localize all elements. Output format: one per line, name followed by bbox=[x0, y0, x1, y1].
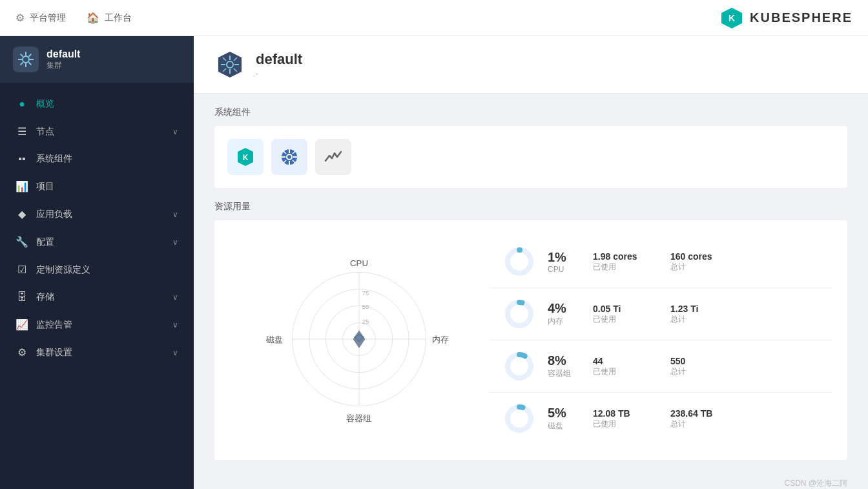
monitor-comp-icon[interactable] bbox=[315, 139, 351, 175]
footer-note: CSDN @沧海二阿 bbox=[194, 473, 868, 489]
memory-used-group: 0.05 Ti 已使用 bbox=[593, 304, 657, 325]
sidebar-item-projects[interactable]: 📊 项目 bbox=[0, 172, 194, 200]
stat-row-disk: 5% 磁盘 12.08 TB 已使用 238.64 TB 总计 bbox=[488, 393, 832, 444]
memory-used-value: 0.05 Ti bbox=[593, 304, 657, 314]
pods-used-group: 44 已使用 bbox=[593, 356, 657, 377]
cluster-name: default bbox=[46, 48, 80, 60]
workbench-nav-item[interactable]: 🏠 工作台 bbox=[87, 12, 132, 24]
memory-total-group: 1.23 Ti 总计 bbox=[670, 304, 735, 325]
memory-label: 内存 bbox=[548, 316, 580, 327]
storage-icon: 🗄 bbox=[16, 291, 28, 303]
svg-text:内存: 内存 bbox=[432, 335, 449, 344]
svg-point-50 bbox=[508, 302, 531, 326]
memory-pct: 4% bbox=[548, 301, 580, 316]
components-icon: ▪▪ bbox=[16, 153, 28, 165]
disk-used-value: 12.08 TB bbox=[593, 408, 657, 419]
page-header: default - bbox=[194, 36, 868, 94]
disk-donut-svg bbox=[504, 403, 535, 434]
sys-components-title: 系统组件 bbox=[214, 107, 847, 118]
logo-text: KUBESPHERE bbox=[750, 10, 852, 25]
sidebar-item-cluster-settings[interactable]: ⚙ 集群设置 ∨ bbox=[0, 338, 194, 366]
overview-icon: ● bbox=[16, 98, 28, 110]
sidebar-item-overview[interactable]: ● 概览 bbox=[0, 90, 194, 118]
sidebar-item-nodes[interactable]: ☰ 节点 ∨ bbox=[0, 118, 194, 145]
stat-row-cpu: 1% CPU 1.98 cores 已使用 160 cores 总计 bbox=[488, 236, 832, 288]
disk-donut bbox=[504, 403, 535, 434]
kubesphere-comp-icon[interactable]: K bbox=[227, 139, 264, 175]
workbench-nav-label: 工作台 bbox=[105, 12, 132, 24]
config-icon: 🔧 bbox=[16, 236, 28, 248]
disk-pct: 5% bbox=[548, 406, 580, 421]
components-card: K bbox=[214, 126, 847, 188]
disk-total-group: 238.64 TB 总计 bbox=[670, 408, 735, 430]
resources-section: 资源用量 bbox=[214, 201, 847, 460]
main-content: default - 系统组件 K bbox=[194, 36, 868, 489]
chevron-down-icon: ∨ bbox=[172, 127, 178, 136]
config-label: 配置 bbox=[36, 236, 54, 248]
chevron-down-icon: ∨ bbox=[172, 210, 178, 219]
sidebar-item-storage[interactable]: 🗄 存储 ∨ bbox=[0, 284, 194, 311]
cpu-pct-group: 1% CPU bbox=[548, 250, 580, 274]
kubesphere-icon: K bbox=[235, 147, 256, 167]
chevron-down-icon: ∨ bbox=[172, 293, 178, 302]
svg-point-48 bbox=[508, 250, 531, 273]
components-label: 系统组件 bbox=[36, 153, 72, 165]
cluster-settings-label: 集群设置 bbox=[36, 347, 72, 359]
chevron-down-icon: ∨ bbox=[172, 320, 178, 329]
svg-line-7 bbox=[21, 54, 23, 57]
radar-svg: CPU 内存 容器组 磁盘 25 50 75 bbox=[230, 236, 488, 442]
stat-row-memory: 4% 内存 0.05 Ti 已使用 1.23 Ti 总计 bbox=[488, 288, 832, 340]
memory-used-label: 已使用 bbox=[593, 314, 657, 325]
footer-text: CSDN @沧海二阿 bbox=[784, 479, 847, 488]
pods-total-value: 550 bbox=[670, 356, 735, 366]
cpu-donut bbox=[504, 246, 535, 277]
cpu-pct: 1% bbox=[548, 250, 580, 265]
cpu-used-value: 1.98 cores bbox=[593, 251, 657, 262]
projects-icon: 📊 bbox=[16, 180, 28, 192]
pods-used-label: 已使用 bbox=[593, 366, 657, 377]
sidebar-item-workloads[interactable]: ◆ 应用负载 ∨ bbox=[0, 200, 194, 228]
svg-text:50: 50 bbox=[362, 303, 369, 310]
sidebar-item-crd[interactable]: ☑ 定制资源定义 bbox=[0, 256, 194, 284]
svg-line-9 bbox=[29, 54, 32, 57]
svg-text:25: 25 bbox=[362, 318, 369, 325]
page-cluster-icon bbox=[214, 49, 245, 80]
memory-total-label: 总计 bbox=[670, 314, 735, 325]
svg-text:75: 75 bbox=[362, 289, 369, 297]
pods-donut bbox=[504, 351, 535, 382]
nodes-icon: ☰ bbox=[16, 125, 28, 138]
svg-text:K: K bbox=[728, 13, 735, 23]
svg-text:K: K bbox=[243, 153, 249, 162]
sidebar-item-monitor[interactable]: 📈 监控告管 ∨ bbox=[0, 311, 194, 338]
svg-line-10 bbox=[21, 63, 23, 65]
radar-chart: CPU 内存 容器组 磁盘 25 50 75 bbox=[230, 236, 488, 442]
cluster-settings-icon: ⚙ bbox=[16, 346, 28, 359]
sys-components-section: 系统组件 K bbox=[214, 107, 847, 188]
cluster-info: default 集群 bbox=[46, 48, 80, 71]
pods-total-label: 总计 bbox=[670, 366, 735, 377]
page-subtitle: - bbox=[256, 69, 302, 78]
kubernetes-icon bbox=[279, 147, 300, 167]
platform-nav-item[interactable]: ⚙ 平台管理 bbox=[16, 12, 66, 24]
disk-total-label: 总计 bbox=[670, 419, 735, 430]
kubesphere-logo-icon: K bbox=[720, 6, 743, 30]
pods-label: 容器组 bbox=[548, 368, 580, 379]
sidebar-item-components[interactable]: ▪▪ 系统组件 bbox=[0, 145, 194, 172]
disk-label: 磁盘 bbox=[548, 421, 580, 432]
cluster-header: default 集群 bbox=[0, 36, 194, 83]
overview-label: 概览 bbox=[36, 98, 54, 110]
kubernetes-comp-icon[interactable] bbox=[271, 139, 307, 175]
memory-total-value: 1.23 Ti bbox=[670, 304, 735, 314]
nodes-label: 节点 bbox=[36, 126, 54, 138]
svg-point-54 bbox=[508, 407, 531, 430]
workloads-icon: ◆ bbox=[16, 208, 28, 220]
sidebar-item-config[interactable]: 🔧 配置 ∨ bbox=[0, 228, 194, 256]
pods-used-value: 44 bbox=[593, 356, 657, 366]
gear-icon: ⚙ bbox=[16, 12, 25, 24]
pods-donut-svg bbox=[504, 351, 535, 382]
helm-icon bbox=[214, 49, 245, 80]
logo-area: K KUBESPHERE bbox=[720, 6, 852, 30]
svg-text:磁盘: 磁盘 bbox=[265, 335, 283, 344]
disk-total-value: 238.64 TB bbox=[670, 408, 735, 419]
svg-marker-40 bbox=[353, 330, 366, 348]
